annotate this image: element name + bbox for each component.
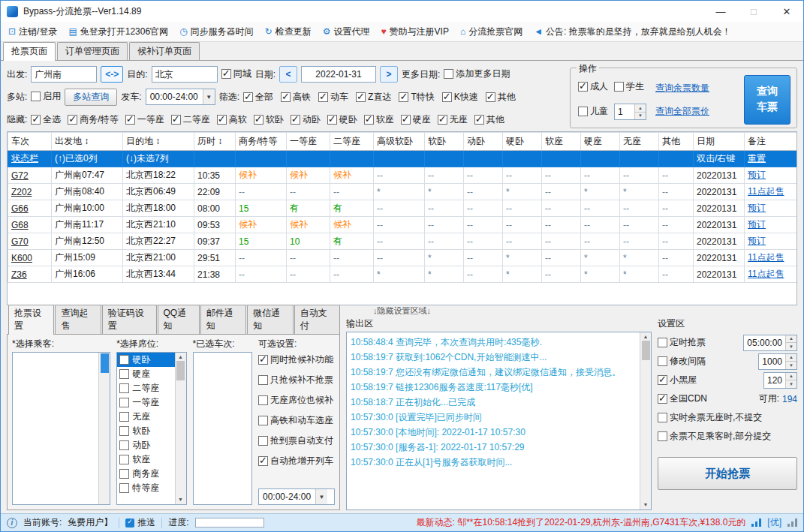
- prev-date-button[interactable]: <: [279, 66, 297, 83]
- column-header[interactable]: 高级软卧: [374, 133, 425, 151]
- tab-grab-settings[interactable]: 抢票设置: [8, 305, 54, 335]
- scroll-down-icon[interactable]: ▼: [643, 501, 649, 509]
- setting-spinner[interactable]: 1000▲▼: [758, 353, 797, 370]
- spinner-down-icon[interactable]: ▼: [786, 361, 796, 369]
- minimize-button[interactable]: —: [704, 1, 737, 22]
- spinner-down-icon[interactable]: ▼: [786, 342, 796, 350]
- hide-column-checkbox[interactable]: 硬座: [401, 113, 431, 126]
- column-header[interactable]: 日期: [694, 133, 745, 151]
- train-type-filter-checkbox[interactable]: T特快: [399, 91, 434, 104]
- scroll-down-icon[interactable]: ▼: [178, 496, 183, 503]
- grab-option-checkbox[interactable]: 高铁和动车选座: [258, 414, 335, 427]
- seat-item[interactable]: 商务座: [117, 467, 174, 481]
- train-row[interactable]: G70广州南12:50北京西22:2709:371510有-----------…: [8, 233, 798, 250]
- setting-checkbox[interactable]: 修改间隔: [658, 355, 706, 368]
- child-count-spinner[interactable]: 1▲▼: [614, 104, 646, 120]
- grab-option-checkbox[interactable]: 只抢候补不抢票: [258, 374, 335, 386]
- menu-check-update[interactable]: ↻检查更新: [265, 26, 312, 38]
- train-row[interactable]: G72广州南07:47北京西18:2210:35候补候补候补----------…: [8, 167, 798, 184]
- seat-item[interactable]: 软卧: [117, 424, 174, 438]
- spinner-up-icon[interactable]: ▲: [786, 335, 796, 343]
- menu-announcement[interactable]: ◄公告: 抢票靠的是坚持，放弃就是给别人机会！: [534, 26, 731, 38]
- add-more-dates-checkbox[interactable]: 添加更多日期: [444, 68, 510, 80]
- column-header[interactable]: 二等座: [330, 133, 374, 151]
- menu-official-site[interactable]: ⌂分流抢票官网: [460, 26, 522, 38]
- same-city-checkbox[interactable]: 同城: [221, 68, 251, 80]
- menu-open-12306-site[interactable]: ▤免登录打开12306官网: [68, 26, 168, 38]
- hide-column-checkbox[interactable]: 全选: [31, 113, 61, 126]
- child-checkbox[interactable]: 儿童: [578, 105, 608, 118]
- setting-checkbox[interactable]: 全国CDN: [658, 392, 707, 405]
- output-log[interactable]: 10:58:48:4 查询完毕，本次查询共用时:435毫秒.10:58:19:7…: [346, 332, 652, 510]
- train-row[interactable]: Z36广州16:06北京西13:4421:38------**--*--**--…: [8, 266, 798, 283]
- train-type-filter-checkbox[interactable]: 动车: [318, 91, 348, 104]
- menu-logout-login[interactable]: ⊡注销/登录: [8, 26, 57, 38]
- seat-item[interactable]: 动卧: [117, 438, 174, 452]
- train-row[interactable]: G68广州南11:17北京西21:1009:53候补候补候补----------…: [8, 217, 798, 233]
- student-checkbox[interactable]: 学生: [614, 80, 644, 93]
- tab-qq-notify[interactable]: QQ通知: [158, 305, 200, 334]
- multi-station-enable-checkbox[interactable]: 启用: [31, 90, 61, 103]
- tab-presale-query[interactable]: 查询起售: [55, 305, 101, 334]
- adult-checkbox[interactable]: 成人: [578, 80, 608, 93]
- tab-captcha-settings[interactable]: 验证码设置: [102, 305, 157, 334]
- train-type-filter-checkbox[interactable]: 高铁: [281, 91, 311, 104]
- next-date-button[interactable]: >: [380, 66, 398, 83]
- close-button[interactable]: ✕: [770, 1, 803, 22]
- depart-station-input[interactable]: [31, 66, 97, 83]
- column-header[interactable]: 商务/特等: [236, 133, 287, 151]
- train-row[interactable]: Z202广州南08:40北京西06:4922:09------**--*--**…: [8, 184, 798, 200]
- seat-item[interactable]: 硬卧: [117, 353, 174, 367]
- spinner-up-icon[interactable]: ▲: [786, 373, 796, 380]
- setting-checkbox[interactable]: 小黑屋: [658, 374, 697, 386]
- column-header[interactable]: 历时 ↕: [194, 133, 236, 151]
- depart-time-select[interactable]: 00:00-24:00▼: [146, 89, 215, 105]
- setting-checkbox[interactable]: 实时余票无座时,不提交: [658, 411, 762, 424]
- scroll-up-icon[interactable]: ▲: [643, 333, 649, 341]
- hide-column-checkbox[interactable]: 高软: [217, 113, 247, 126]
- status-row[interactable]: 状态栏(↑)已选0列(↓)未选7列双击/右键重置: [8, 151, 798, 167]
- tab-grab-page[interactable]: 抢票页面: [3, 42, 56, 61]
- scrollbar-thumb[interactable]: [176, 361, 185, 380]
- column-header[interactable]: 出发地 ↕: [52, 133, 123, 151]
- scroll-up-icon[interactable]: ▲: [178, 353, 183, 361]
- column-header[interactable]: 软座: [542, 133, 581, 151]
- column-header[interactable]: 一等座: [287, 133, 330, 151]
- train-type-filter-checkbox[interactable]: K快速: [442, 91, 478, 104]
- column-header[interactable]: 硬座: [581, 133, 620, 151]
- seat-list-scrollbar[interactable]: ▲ ▼: [175, 353, 186, 504]
- output-scrollbar[interactable]: ▲ ▼: [640, 332, 651, 509]
- seat-item[interactable]: 软座: [117, 452, 174, 467]
- grab-option-checkbox[interactable]: 抢到票自动支付: [258, 434, 335, 447]
- menu-set-proxy[interactable]: ⚙设置代理: [323, 26, 370, 38]
- passenger-list[interactable]: [12, 352, 110, 505]
- seat-item[interactable]: 二等座: [117, 381, 174, 395]
- tab-waitlist-order-page[interactable]: 候补订单页面: [129, 42, 200, 60]
- push-toggle[interactable]: 推送: [125, 516, 155, 529]
- query-all-prices-link[interactable]: 查询全部票价: [655, 105, 709, 118]
- hide-column-checkbox[interactable]: 无座: [438, 113, 468, 126]
- column-header[interactable]: 其他: [659, 133, 694, 151]
- grab-option-checkbox[interactable]: 自动抢增开列车: [258, 455, 335, 467]
- spinner-down-icon[interactable]: ▼: [786, 380, 796, 388]
- hide-column-checkbox[interactable]: 其他: [474, 113, 504, 126]
- grab-time-range-select[interactable]: 00:00-24:00▼: [258, 488, 335, 505]
- train-type-filter-checkbox[interactable]: 全部: [243, 91, 273, 104]
- hide-column-checkbox[interactable]: 软卧: [254, 113, 284, 126]
- grab-option-checkbox[interactable]: 无座席位也候补: [258, 394, 335, 407]
- column-header[interactable]: 动卧: [464, 133, 503, 151]
- column-header[interactable]: 车次: [8, 133, 52, 151]
- setting-spinner[interactable]: 05:00:00▲▼: [743, 335, 797, 351]
- seat-list[interactable]: 硬卧硬座二等座一等座无座软卧动卧软座商务座特等座 ▲ ▼: [116, 352, 186, 505]
- seat-item[interactable]: 硬座: [117, 367, 174, 381]
- spinner-up-icon[interactable]: ▲: [635, 104, 646, 112]
- spinner-down-icon[interactable]: ▼: [635, 112, 646, 120]
- date-input[interactable]: [301, 66, 376, 83]
- setting-spinner[interactable]: 120▲▼: [763, 372, 797, 389]
- tab-wechat-notify[interactable]: 微信通知: [247, 305, 293, 334]
- seat-item[interactable]: 一等座: [117, 395, 174, 410]
- query-remaining-tickets-link[interactable]: 查询余票数量: [655, 82, 709, 95]
- dest-station-input[interactable]: [152, 66, 218, 83]
- train-row[interactable]: G66广州南10:00北京西18:0008:0015有有------------…: [8, 200, 798, 217]
- column-header[interactable]: 目的地 ↕: [123, 133, 194, 151]
